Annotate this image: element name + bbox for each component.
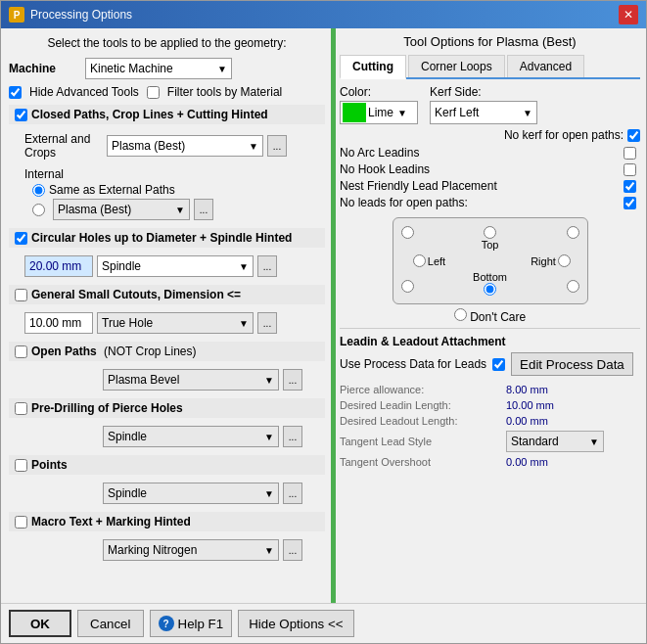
hide-advanced-label: Hide Advanced Tools: [29, 85, 139, 99]
dimension-input[interactable]: 10.00 mm: [24, 312, 93, 334]
color-section: Color: Lime ▼: [340, 85, 418, 124]
spindle-ellipsis-btn[interactable]: ...: [257, 255, 277, 277]
bottom-right-radio-area: [567, 280, 579, 296]
same-as-external-radio[interactable]: [32, 184, 45, 197]
filter-material-checkbox[interactable]: [147, 86, 160, 99]
pierce-allowance-value: 8.00 mm: [506, 384, 548, 395]
open-paths-label: Open Paths: [31, 345, 97, 358]
tangent-overshoot-row: Tangent Overshoot 0.00 mm: [340, 456, 640, 468]
app-icon: P: [9, 7, 24, 23]
diameter-input[interactable]: 20.00 mm: [24, 255, 93, 277]
true-hole-dropdown[interactable]: True Hole ▼: [97, 312, 254, 334]
use-process-label: Use Process Data for Leads: [340, 357, 486, 371]
external-crops-row: External and Crops Plasma (Best) ▼ ...: [9, 132, 325, 160]
tab-advanced[interactable]: Advanced: [507, 55, 584, 77]
plasma-best-radio[interactable]: [32, 204, 45, 216]
spindle2-ellipsis-btn[interactable]: ...: [283, 426, 302, 447]
circular-holes-controls: 20.00 mm Spindle ▼ ...: [9, 255, 325, 277]
right-panel: Tool Options for Plasma (Best) Cutting C…: [334, 28, 646, 603]
select-tools-text: Select the tools to be applied to the ge…: [9, 36, 325, 50]
plasma-bevel-ellipsis-btn[interactable]: ...: [283, 369, 302, 391]
no-kerf-row: No kerf for open paths:: [340, 128, 640, 142]
plasma-best-dropdown[interactable]: Plasma (Best) ▼: [53, 199, 190, 220]
top-radio[interactable]: [484, 226, 496, 239]
left-panel: Select the tools to be applied to the ge…: [1, 28, 334, 603]
tab-cutting[interactable]: Cutting: [340, 55, 406, 79]
window-title: Processing Options: [30, 8, 132, 22]
macro-text-controls: Marking Nitrogen ▼ ...: [9, 539, 325, 561]
tangent-style-dropdown[interactable]: Standard ▼: [506, 431, 604, 452]
spindle3-dropdown[interactable]: Spindle ▼: [103, 483, 279, 504]
true-hole-ellipsis-btn[interactable]: ...: [257, 312, 277, 334]
use-process-row: Use Process Data for Leads Edit Process …: [340, 352, 640, 376]
left-radio[interactable]: [413, 254, 426, 267]
top-right-radio[interactable]: [567, 226, 579, 239]
closed-paths-checkbox[interactable]: [15, 109, 27, 121]
top-left-radio[interactable]: [401, 226, 414, 239]
spindle-dropdown[interactable]: Spindle ▼: [97, 255, 254, 277]
internal-ellipsis-btn[interactable]: ...: [194, 199, 213, 220]
marking-dropdown[interactable]: Marking Nitrogen ▼: [103, 539, 279, 561]
leadin-title: Leadin & Leadout Attachment: [340, 335, 640, 348]
leadout-length-label: Desired Leadout Length:: [340, 415, 506, 427]
color-label: Color:: [340, 85, 418, 99]
position-box: Top Left Right: [393, 217, 588, 304]
closed-paths-label: Closed Paths, Crop Lines + Cutting Hinte…: [31, 108, 268, 121]
use-process-checkbox[interactable]: [492, 358, 505, 371]
hide-options-button[interactable]: Hide Options <<: [238, 610, 353, 637]
spindle2-dropdown[interactable]: Spindle ▼: [103, 426, 279, 447]
closed-paths-header: Closed Paths, Crop Lines + Cutting Hinte…: [9, 105, 325, 124]
points-checkbox[interactable]: [15, 459, 27, 472]
hide-advanced-checkbox[interactable]: [9, 86, 22, 99]
tab-corner-loops[interactable]: Corner Loops: [408, 55, 505, 77]
cancel-button[interactable]: Cancel: [77, 610, 144, 637]
macro-text-checkbox[interactable]: [15, 516, 27, 529]
dont-care-label: Don't Care: [470, 310, 526, 324]
pre-drilling-checkbox[interactable]: [15, 402, 27, 415]
dont-care-radio[interactable]: [454, 308, 467, 321]
close-button[interactable]: ✕: [619, 5, 638, 24]
edit-process-button[interactable]: Edit Process Data: [511, 352, 633, 376]
bottom-right-radio[interactable]: [567, 280, 579, 293]
ok-button[interactable]: OK: [9, 610, 71, 637]
left-position: Left: [413, 254, 445, 267]
marking-ellipsis-btn[interactable]: ...: [283, 539, 302, 561]
right-panel-title: Tool Options for Plasma (Best): [340, 34, 640, 49]
nest-friendly-row: Nest Friendly Lead Placement: [340, 179, 640, 193]
color-swatch: [343, 103, 366, 122]
nest-friendly-checkbox[interactable]: [624, 180, 636, 193]
spindle3-ellipsis-btn[interactable]: ...: [283, 483, 302, 504]
no-arc-label: No Arc Leadins: [340, 146, 419, 160]
top-position: Top: [482, 226, 499, 251]
bottom-position: Bottom: [473, 271, 507, 296]
external-ellipsis-btn[interactable]: ...: [267, 135, 287, 157]
no-hook-checkbox[interactable]: [624, 163, 636, 176]
plasma-bevel-dropdown[interactable]: Plasma Bevel ▼: [103, 369, 279, 391]
general-small-controls: 10.00 mm True Hole ▼ ...: [9, 312, 325, 334]
no-arc-checkbox[interactable]: [624, 147, 636, 160]
color-dropdown[interactable]: Lime ▼: [340, 101, 418, 124]
general-small-label: General Small Cutouts, Dimension <=: [31, 288, 241, 301]
circular-holes-checkbox[interactable]: [15, 232, 27, 245]
help-button[interactable]: ? Help F1: [150, 610, 233, 637]
bottom-left-radio-area: [401, 280, 414, 296]
general-small-checkbox[interactable]: [15, 289, 27, 301]
right-radio[interactable]: [558, 254, 571, 267]
lead-options: No Arc Leadins No Hook Leadins Nest Frie…: [340, 146, 640, 209]
open-paths-checkbox[interactable]: [15, 345, 27, 358]
no-leads-checkbox[interactable]: [624, 197, 636, 209]
general-small-header: General Small Cutouts, Dimension <=: [9, 285, 325, 304]
external-dropdown[interactable]: Plasma (Best) ▼: [107, 135, 263, 157]
separator-bar: [331, 28, 336, 603]
position-grid: Top Left Right: [401, 226, 579, 296]
leadin-length-label: Desired Leadin Length:: [340, 399, 506, 411]
macro-text-label: Macro Text + Marking Hinted: [31, 515, 191, 529]
macro-text-header: Macro Text + Marking Hinted: [9, 512, 325, 531]
top-left-radio-area: [401, 226, 414, 242]
internal-label: Internal: [24, 167, 64, 181]
kerf-dropdown[interactable]: Kerf Left ▼: [430, 101, 537, 124]
bottom-radio[interactable]: [484, 283, 496, 296]
no-kerf-checkbox[interactable]: [627, 129, 640, 142]
bottom-left-radio[interactable]: [401, 280, 414, 293]
machine-dropdown[interactable]: Kinetic Machine ▼: [85, 58, 232, 79]
